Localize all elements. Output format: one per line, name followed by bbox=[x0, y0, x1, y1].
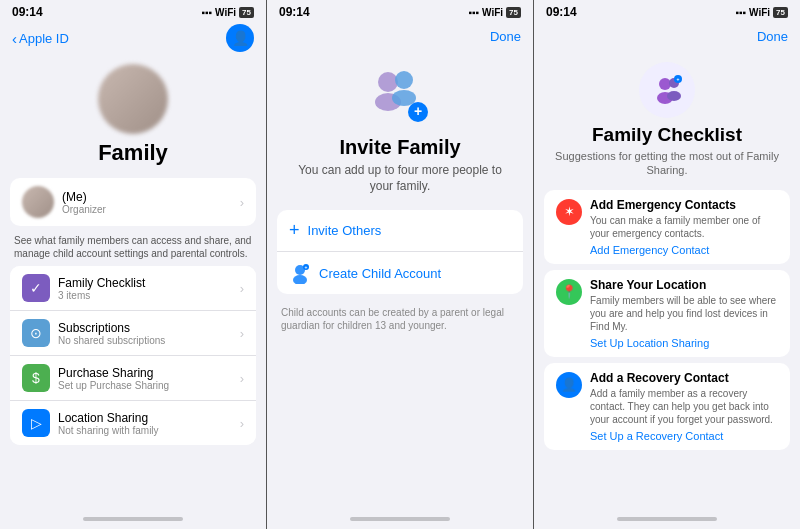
purchase-row[interactable]: $ Purchase Sharing Set up Purchase Shari… bbox=[10, 356, 256, 401]
wifi-icon-1: WiFi bbox=[215, 7, 236, 18]
emergency-icon: ✶ bbox=[556, 199, 582, 225]
back-apple-id[interactable]: ‹ Apple ID bbox=[12, 30, 69, 47]
invite-others-row[interactable]: + Invite Others bbox=[277, 210, 523, 252]
subscriptions-icon: ⊙ bbox=[22, 319, 50, 347]
svg-text:+: + bbox=[414, 103, 422, 119]
wifi-icon-3: WiFi bbox=[749, 7, 770, 18]
checklist-hero-icon: + bbox=[639, 62, 695, 118]
invite-list: + Invite Others + Create Child Account bbox=[277, 210, 523, 294]
invite-subtitle: You can add up to four more people to yo… bbox=[287, 163, 513, 194]
family-title: Family bbox=[98, 140, 168, 166]
svg-point-13 bbox=[667, 91, 681, 101]
panel-invite: 09:14 ▪▪▪ WiFi 75 Done + Invite Family Y… bbox=[266, 0, 533, 529]
location-text: Location Sharing Not sharing with family bbox=[58, 411, 240, 436]
recovery-link[interactable]: Set Up a Recovery Contact bbox=[590, 430, 778, 442]
nav-bar-2: Done bbox=[267, 22, 533, 52]
member-chevron-icon: › bbox=[240, 195, 244, 210]
svg-point-7 bbox=[293, 275, 307, 284]
location-card-row: 📍 Share Your Location Family members wil… bbox=[556, 278, 778, 349]
family-hero: Family bbox=[0, 56, 266, 174]
subscriptions-text: Subscriptions No shared subscriptions bbox=[58, 321, 240, 346]
recovery-card: 👤 Add a Recovery Contact Add a family me… bbox=[544, 363, 790, 450]
checklist-sub: 3 items bbox=[58, 290, 240, 301]
family-description: See what family members can access and s… bbox=[0, 230, 266, 262]
child-account-icon: + bbox=[289, 262, 311, 284]
panel-checklist: 09:14 ▪▪▪ WiFi 75 Done + Family Checklis… bbox=[533, 0, 800, 529]
person-badge-button[interactable]: 👤 bbox=[226, 24, 254, 52]
home-indicator-1 bbox=[0, 509, 266, 529]
wifi-icon-2: WiFi bbox=[482, 7, 503, 18]
create-child-row[interactable]: + Create Child Account bbox=[277, 252, 523, 294]
subscriptions-chevron-icon: › bbox=[240, 326, 244, 341]
checklist-row[interactable]: ✓ Family Checklist 3 items › bbox=[10, 266, 256, 311]
purchase-text: Purchase Sharing Set up Purchase Sharing bbox=[58, 366, 240, 391]
back-label: Apple ID bbox=[19, 31, 69, 46]
recovery-title: Add a Recovery Contact bbox=[590, 371, 778, 385]
home-indicator-3 bbox=[534, 509, 800, 529]
checklist-title: Family Checklist bbox=[58, 276, 240, 290]
time-1: 09:14 bbox=[12, 5, 43, 19]
location-sub: Not sharing with family bbox=[58, 425, 240, 436]
back-chevron-icon: ‹ bbox=[12, 30, 17, 47]
recovery-body: Add a Recovery Contact Add a family memb… bbox=[590, 371, 778, 442]
svg-point-2 bbox=[395, 71, 413, 89]
emergency-title: Add Emergency Contacts bbox=[590, 198, 778, 212]
status-icons-3: ▪▪▪ WiFi 75 bbox=[735, 7, 788, 18]
invite-hero: + Invite Family You can add up to four m… bbox=[267, 52, 533, 202]
member-row[interactable]: (Me) Organizer › bbox=[10, 178, 256, 226]
purchase-chevron-icon: › bbox=[240, 371, 244, 386]
checklist-text: Family Checklist 3 items bbox=[58, 276, 240, 301]
status-icons-1: ▪▪▪ WiFi 75 bbox=[201, 7, 254, 18]
svg-point-3 bbox=[392, 90, 416, 106]
member-name: (Me) bbox=[62, 190, 240, 204]
emergency-card: ✶ Add Emergency Contacts You can make a … bbox=[544, 190, 790, 264]
create-child-label: Create Child Account bbox=[319, 266, 441, 281]
battery-1: 75 bbox=[239, 7, 254, 18]
home-bar-1 bbox=[83, 517, 183, 521]
share-location-icon: 📍 bbox=[556, 279, 582, 305]
battery-3: 75 bbox=[773, 7, 788, 18]
purchase-sub: Set up Purchase Sharing bbox=[58, 380, 240, 391]
home-indicator-2 bbox=[267, 509, 533, 529]
invite-plus-icon: + bbox=[289, 220, 300, 241]
location-card: 📍 Share Your Location Family members wil… bbox=[544, 270, 790, 357]
purchase-icon: $ bbox=[22, 364, 50, 392]
nav-bar-3: Done bbox=[534, 22, 800, 52]
home-bar-2 bbox=[350, 517, 450, 521]
checklist-cards: ✶ Add Emergency Contacts You can make a … bbox=[544, 190, 790, 456]
done-button-2[interactable]: Done bbox=[490, 29, 521, 44]
home-bar-3 bbox=[617, 517, 717, 521]
member-section: (Me) Organizer › bbox=[10, 178, 256, 226]
person-badge-icon: 👤 bbox=[232, 30, 249, 46]
emergency-desc: You can make a family member one of your… bbox=[590, 214, 778, 240]
location-card-title: Share Your Location bbox=[590, 278, 778, 292]
emergency-link[interactable]: Add Emergency Contact bbox=[590, 244, 778, 256]
recovery-card-row: 👤 Add a Recovery Contact Add a family me… bbox=[556, 371, 778, 442]
signal-icon-2: ▪▪▪ bbox=[468, 7, 479, 18]
svg-point-0 bbox=[378, 72, 398, 92]
location-link[interactable]: Set Up Location Sharing bbox=[590, 337, 778, 349]
done-button-3[interactable]: Done bbox=[757, 29, 788, 44]
checklist-page-sub: Suggestions for getting the most out of … bbox=[554, 149, 780, 178]
status-icons-2: ▪▪▪ WiFi 75 bbox=[468, 7, 521, 18]
member-role: Organizer bbox=[62, 204, 240, 215]
family-avatar bbox=[98, 64, 168, 134]
purchase-title: Purchase Sharing bbox=[58, 366, 240, 380]
status-bar-2: 09:14 ▪▪▪ WiFi 75 bbox=[267, 0, 533, 22]
status-bar-1: 09:14 ▪▪▪ WiFi 75 bbox=[0, 0, 266, 22]
checklist-hero: + Family Checklist Suggestions for getti… bbox=[534, 52, 800, 184]
emergency-card-row: ✶ Add Emergency Contacts You can make a … bbox=[556, 198, 778, 256]
subscriptions-row[interactable]: ⊙ Subscriptions No shared subscriptions … bbox=[10, 311, 256, 356]
member-avatar bbox=[22, 186, 54, 218]
invite-others-label: Invite Others bbox=[308, 223, 382, 238]
location-body: Share Your Location Family members will … bbox=[590, 278, 778, 349]
nav-bar-1: ‹ Apple ID 👤 bbox=[0, 22, 266, 56]
invite-hero-icon: + bbox=[368, 64, 432, 128]
location-row[interactable]: ▷ Location Sharing Not sharing with fami… bbox=[10, 401, 256, 445]
recovery-icon: 👤 bbox=[556, 372, 582, 398]
subscriptions-sub: No shared subscriptions bbox=[58, 335, 240, 346]
subscriptions-title: Subscriptions bbox=[58, 321, 240, 335]
location-card-desc: Family members will be able to see where… bbox=[590, 294, 778, 333]
battery-2: 75 bbox=[506, 7, 521, 18]
features-section: ✓ Family Checklist 3 items › ⊙ Subscript… bbox=[10, 266, 256, 445]
